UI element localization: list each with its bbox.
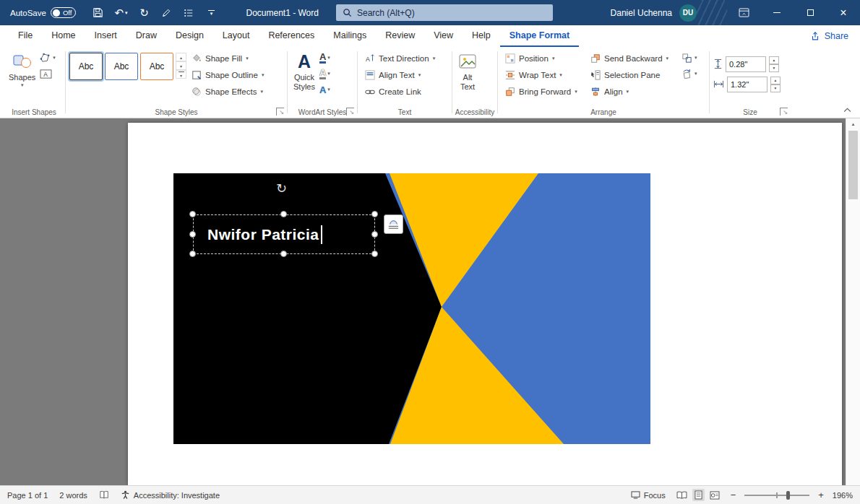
draw-text-box-button[interactable]: A	[38, 66, 58, 82]
width-decrease-icon[interactable]: ▾	[770, 84, 781, 92]
position-dropdown-icon: ▾	[552, 56, 555, 61]
selection-pane-button[interactable]: Selection Pane	[587, 66, 679, 83]
shape-height-input[interactable]	[726, 56, 766, 72]
height-decrease-icon[interactable]: ▾	[769, 64, 779, 72]
wrap-text-button[interactable]: Wrap Text ▾	[502, 66, 587, 83]
rotate-handle[interactable]: ↻	[276, 182, 287, 195]
shape-width-input[interactable]	[727, 77, 767, 92]
tab-references[interactable]: References	[259, 25, 324, 47]
tab-insert[interactable]: Insert	[85, 25, 126, 47]
word-count[interactable]: 2 words	[59, 491, 87, 500]
gallery-scroll-down-icon[interactable]: ▾	[176, 61, 186, 70]
selection-handle-top-right[interactable]	[371, 211, 378, 217]
gallery-scroll-up-icon[interactable]: ▴	[176, 53, 186, 61]
shape-style-preset-1[interactable]: Abc	[69, 53, 103, 80]
wordart-text[interactable]: Nwifor Patricia	[207, 226, 319, 243]
alt-text-button[interactable]: Alt Text	[456, 48, 479, 93]
rotate-objects-button[interactable]: ▾	[679, 66, 704, 82]
zoom-out-icon[interactable]: −	[731, 490, 736, 500]
scrollbar-thumb[interactable]	[848, 131, 858, 199]
business-card-shape[interactable]: ↻ Nwifor Patricia	[173, 173, 650, 444]
redo-icon[interactable]: ↻	[138, 6, 150, 19]
height-increase-icon[interactable]: ▴	[769, 56, 779, 64]
width-increase-icon[interactable]: ▴	[770, 77, 781, 84]
proofing-errors-button[interactable]	[99, 490, 109, 500]
editor-pen-icon[interactable]	[160, 6, 172, 19]
read-mode-button[interactable]	[674, 490, 689, 501]
text-direction-button[interactable]: A Text Direction ▾	[361, 50, 439, 66]
print-layout-button[interactable]	[692, 489, 705, 501]
tab-mailings[interactable]: Mailings	[324, 25, 376, 47]
customize-quick-access-icon[interactable]: ▾	[205, 6, 217, 19]
shape-effects-button[interactable]: Shape Effects ▾	[188, 83, 267, 100]
zoom-slider-thumb[interactable]	[786, 491, 790, 500]
wordart-styles-dialog-launcher-icon[interactable]: ↘	[346, 108, 354, 116]
tab-design[interactable]: Design	[166, 25, 213, 47]
text-outline-button[interactable]: A ▾	[317, 66, 332, 82]
tab-shape-format[interactable]: Shape Format	[500, 25, 579, 47]
search-box[interactable]	[336, 4, 553, 21]
selection-handle-top-left[interactable]	[189, 211, 196, 217]
layout-options-button[interactable]	[384, 214, 403, 234]
size-dialog-launcher-icon[interactable]: ↘	[780, 108, 788, 116]
position-button[interactable]: Position ▾	[502, 50, 587, 66]
selection-handle-middle-left[interactable]	[189, 231, 196, 238]
ribbon: Shapes ▾ ▾ A Insert Shapes Abc Abc Abc	[0, 47, 860, 118]
save-icon[interactable]	[92, 6, 103, 19]
selection-handle-bottom-right[interactable]	[371, 251, 378, 257]
align-objects-button[interactable]: Align ▾	[587, 83, 679, 100]
minimize-button[interactable]	[760, 0, 794, 25]
zoom-level[interactable]: 196%	[833, 491, 853, 500]
group-objects-button[interactable]: ▾	[679, 50, 704, 66]
shape-style-preset-2[interactable]: Abc	[105, 53, 138, 80]
edit-shape-button[interactable]: ▾	[38, 50, 58, 66]
avatar[interactable]: DU	[679, 4, 697, 22]
share-button[interactable]: Share	[810, 27, 848, 45]
tab-view[interactable]: View	[424, 25, 463, 47]
selection-handle-bottom-left[interactable]	[189, 251, 196, 257]
selection-handle-middle-right[interactable]	[371, 231, 378, 238]
bullet-list-icon[interactable]	[183, 6, 194, 19]
web-layout-button[interactable]	[708, 490, 722, 501]
collapse-ribbon-button[interactable]	[840, 105, 854, 116]
bring-forward-button[interactable]: Bring Forward ▾	[502, 83, 587, 100]
selection-handle-top-center[interactable]	[280, 211, 287, 217]
search-input[interactable]	[357, 8, 546, 18]
ribbon-display-options-icon[interactable]	[727, 0, 760, 25]
shape-fill-button[interactable]: Shape Fill ▾	[188, 50, 267, 66]
zoom-in-icon[interactable]: +	[818, 490, 824, 500]
text-effects-button[interactable]: A ▾	[317, 82, 332, 97]
shape-styles-dialog-launcher-icon[interactable]: ↘	[276, 108, 284, 116]
page-indicator[interactable]: Page 1 of 1	[7, 491, 48, 500]
accessibility-status[interactable]: Accessibility: Investigate	[121, 490, 220, 500]
close-button[interactable]: ×	[827, 0, 860, 25]
quick-styles-button[interactable]: A Quick Styles	[291, 48, 317, 93]
vertical-scrollbar[interactable]: ▴	[846, 118, 860, 485]
tab-draw[interactable]: Draw	[126, 25, 166, 47]
shape-style-preset-3[interactable]: Abc	[140, 53, 173, 80]
focus-button[interactable]: Focus	[631, 491, 666, 500]
undo-icon[interactable]: ↶ ▾	[114, 6, 127, 19]
tab-review[interactable]: Review	[376, 25, 424, 47]
document-page[interactable]: ↻ Nwifor Patricia	[128, 123, 842, 485]
autosave-switch[interactable]: Off	[51, 7, 77, 18]
autosave-toggle[interactable]: AutoSave Off	[10, 7, 76, 18]
tab-home[interactable]: Home	[42, 25, 85, 47]
shapes-button[interactable]: Shapes ▾	[7, 48, 38, 90]
maximize-button[interactable]	[794, 0, 827, 25]
shape-outline-button[interactable]: Shape Outline ▾	[188, 66, 267, 83]
align-text-button[interactable]: Align Text ▾	[361, 66, 439, 83]
selection-handle-bottom-center[interactable]	[280, 251, 287, 257]
undo-dropdown-icon[interactable]: ▾	[125, 10, 128, 16]
tab-help[interactable]: Help	[463, 25, 500, 47]
wordart-textbox[interactable]: Nwifor Patricia	[193, 214, 375, 254]
send-backward-button[interactable]: Send Backward ▾	[587, 50, 679, 66]
document-area[interactable]: ↻ Nwifor Patricia ▴	[0, 118, 860, 485]
tab-file[interactable]: File	[9, 25, 42, 47]
tab-layout[interactable]: Layout	[213, 25, 259, 47]
text-fill-button[interactable]: A ▾	[317, 50, 332, 66]
zoom-slider[interactable]	[744, 490, 809, 500]
create-link-button[interactable]: Create Link	[361, 83, 439, 100]
gallery-more-icon[interactable]: ▾	[176, 70, 186, 79]
scrollbar-up-icon[interactable]: ▴	[846, 118, 860, 130]
